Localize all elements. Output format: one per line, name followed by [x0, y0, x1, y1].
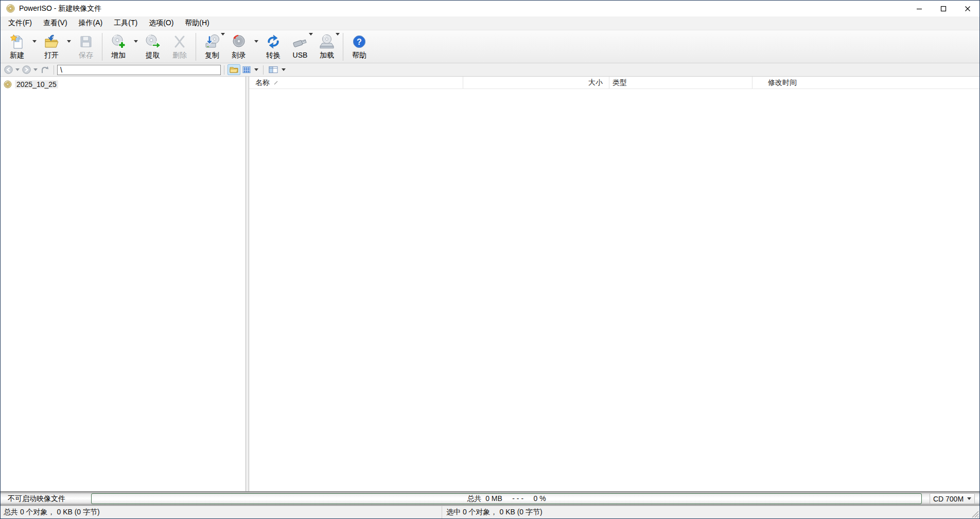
toolbar-label: 打开	[44, 51, 59, 59]
help-button[interactable]: ? 帮助	[346, 31, 373, 62]
status-selected-text: 选中 0 个对象， 0 KB (0 字节)	[446, 508, 542, 517]
folder-icon	[230, 66, 238, 74]
menu-tools[interactable]: 工具(T)	[108, 17, 143, 29]
capacity-bar: 总共 0 MB - - - 0 %	[91, 493, 922, 504]
toolbar-label: 转换	[266, 51, 281, 59]
image-tree-panel[interactable]: 2025_10_25	[1, 77, 246, 491]
tree-item-root[interactable]: 2025_10_25	[1, 79, 246, 90]
column-header-size[interactable]: 大小	[463, 77, 609, 88]
burn-icon	[231, 33, 247, 50]
copy-disc-icon	[204, 33, 220, 50]
toolbar: 新建 打开 保存	[1, 30, 979, 63]
status-bar: 总共 0 个对象， 0 KB (0 字节) 选中 0 个对象， 0 KB (0 …	[1, 506, 979, 518]
column-label: 大小	[588, 78, 603, 87]
toolbar-label: 新建	[10, 51, 24, 59]
disc-icon	[4, 80, 12, 88]
addressbar-separator	[263, 65, 264, 75]
title-bar: PowerISO - 新建映像文件	[1, 1, 979, 16]
close-button[interactable]	[955, 1, 979, 16]
media-capacity-select[interactable]: CD 700M	[930, 493, 975, 504]
menu-file[interactable]: 文件(F)	[3, 17, 38, 29]
usb-icon	[292, 33, 308, 50]
chevron-down-icon	[15, 68, 20, 71]
path-input[interactable]	[57, 65, 221, 75]
menu-action[interactable]: 操作(A)	[73, 17, 109, 29]
column-header-modified[interactable]: 修改时间	[752, 77, 979, 88]
forward-history-dropdown[interactable]	[32, 68, 39, 71]
forward-button[interactable]	[21, 65, 32, 75]
open-dropdown[interactable]	[65, 31, 73, 62]
chevron-down-icon[interactable]	[309, 33, 313, 35]
capacity-row: 不可启动映像文件 总共 0 MB - - - 0 % CD 700M	[1, 491, 979, 506]
delete-icon	[171, 33, 188, 50]
powiso-window: PowerISO - 新建映像文件 文件(F) 查看(V) 操作(A) 工具(T…	[0, 0, 980, 519]
maximize-button[interactable]	[931, 1, 955, 16]
panel-layout-icon	[269, 66, 278, 74]
chevron-down-icon	[32, 40, 37, 43]
open-button[interactable]: 打开	[38, 31, 65, 62]
file-list-header: 名称 大小 类型 修改时间	[249, 77, 979, 89]
extract-button[interactable]: 提取	[139, 31, 166, 62]
app-disc-icon	[6, 4, 15, 13]
toolbar-separator	[343, 33, 343, 61]
new-image-button[interactable]: 新建	[4, 31, 30, 62]
extract-icon	[145, 33, 161, 50]
chevron-down-icon[interactable]	[336, 33, 340, 35]
minimize-button[interactable]	[907, 1, 931, 16]
status-total-pane: 总共 0 个对象， 0 KB (0 字节)	[1, 506, 442, 518]
chevron-down-icon	[254, 40, 258, 43]
chevron-down-icon[interactable]	[221, 33, 225, 35]
addressbar-separator	[224, 65, 224, 75]
new-image-icon	[9, 33, 25, 50]
chevron-down-icon	[967, 497, 971, 500]
usb-button[interactable]: USB	[287, 31, 313, 62]
menu-bar: 文件(F) 查看(V) 操作(A) 工具(T) 选项(O) 帮助(H)	[1, 16, 979, 30]
toolbar-label: 帮助	[352, 51, 366, 59]
resize-grip[interactable]	[972, 511, 979, 518]
delete-button: 删除	[166, 31, 193, 62]
toolbar-label: 保存	[79, 51, 93, 59]
toolbar-label: 刻录	[232, 51, 246, 59]
copy-disc-button[interactable]: 复制	[199, 31, 225, 62]
column-label: 名称	[255, 78, 270, 87]
up-arrow-icon	[40, 65, 49, 74]
menu-help[interactable]: 帮助(H)	[179, 17, 215, 29]
sort-ascending-icon	[274, 81, 278, 85]
back-history-dropdown[interactable]	[14, 68, 21, 71]
burn-button[interactable]: 刻录	[225, 31, 252, 62]
tree-item-label[interactable]: 2025_10_25	[15, 80, 58, 88]
open-icon	[43, 33, 60, 50]
add-files-dropdown[interactable]	[132, 31, 139, 62]
save-button: 保存	[73, 31, 99, 62]
minimize-icon	[916, 6, 922, 12]
new-image-dropdown[interactable]	[30, 31, 38, 62]
panel-layout-dropdown[interactable]	[280, 68, 287, 71]
column-header-name[interactable]: 名称	[249, 77, 463, 88]
toolbar-label: 增加	[111, 51, 126, 59]
mount-button[interactable]: 加载	[313, 31, 340, 62]
convert-button[interactable]: 转换	[260, 31, 287, 62]
maximize-icon	[940, 6, 947, 12]
browse-folders-toggle[interactable]	[227, 64, 240, 75]
chevron-down-icon	[254, 68, 258, 71]
up-level-button[interactable]	[39, 65, 50, 75]
panel-layout-button[interactable]	[267, 64, 280, 75]
chevron-down-icon	[134, 40, 138, 43]
forward-icon	[22, 65, 31, 74]
file-list-body[interactable]	[249, 89, 979, 491]
column-header-type[interactable]: 类型	[609, 77, 752, 88]
menu-options[interactable]: 选项(O)	[143, 17, 179, 29]
burn-dropdown[interactable]	[252, 31, 260, 62]
chevron-down-icon	[67, 40, 71, 43]
view-mode-button[interactable]	[240, 64, 253, 75]
toolbar-label: 提取	[146, 51, 160, 59]
view-mode-dropdown[interactable]	[253, 68, 260, 71]
close-icon	[965, 6, 971, 12]
media-capacity-value: CD 700M	[933, 495, 964, 503]
toolbar-label: USB	[293, 51, 308, 59]
back-button[interactable]	[3, 65, 14, 75]
help-icon: ?	[351, 33, 367, 50]
menu-view[interactable]: 查看(V)	[38, 17, 73, 29]
add-files-button[interactable]: 增加	[105, 31, 132, 62]
svg-text:?: ?	[357, 38, 362, 46]
